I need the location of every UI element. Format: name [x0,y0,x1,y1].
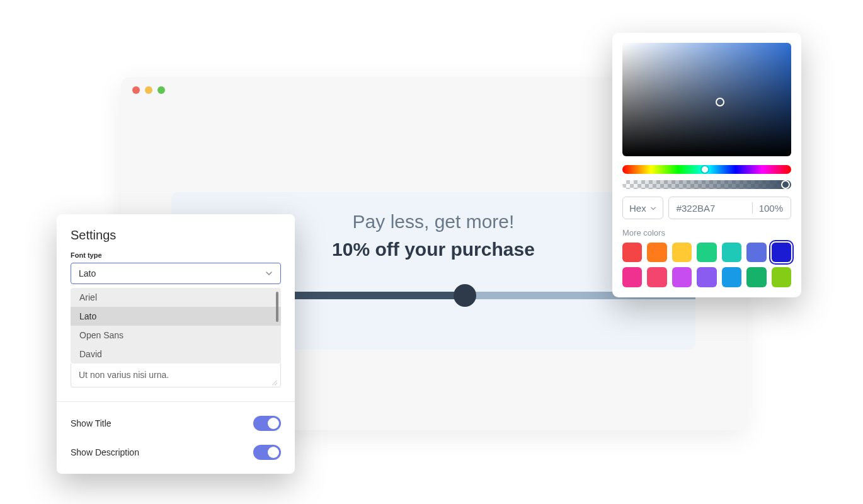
color-swatch[interactable] [672,267,692,287]
show-title-label: Show Title [71,418,111,428]
window-minimize-icon[interactable] [145,86,152,94]
color-swatch[interactable] [647,267,666,287]
color-swatch[interactable] [772,243,791,262]
color-swatch[interactable] [697,243,716,262]
show-description-label: Show Description [71,447,139,457]
saturation-value-area[interactable] [622,43,791,156]
description-textarea[interactable]: Ut non varius nisi urna. [71,364,281,387]
toggle-knob [268,418,279,429]
divider [57,401,295,402]
alpha-cursor[interactable] [781,180,790,189]
slider-thumb[interactable] [454,284,476,307]
font-option-ariel[interactable]: Ariel [71,288,281,307]
promo-subtitle: 10% off your purchase [332,239,535,260]
more-colors-label: More colors [622,228,791,238]
color-swatch[interactable] [746,267,766,287]
hue-cursor[interactable] [700,165,709,174]
textarea-value: Ut non varius nisi urna. [79,370,169,380]
font-type-label: Font type [57,251,295,263]
hex-input-group[interactable]: #322BA7 100% [668,197,791,219]
font-option-open-sans[interactable]: Open Sans [71,326,281,345]
sv-cursor[interactable] [716,98,724,106]
resize-handle-icon[interactable] [271,378,278,384]
swatch-grid [622,243,791,287]
font-option-lato[interactable]: Lato [71,307,281,326]
hex-input[interactable]: #322BA7 [677,203,746,214]
show-description-toggle[interactable] [253,445,281,460]
color-swatch[interactable] [622,267,642,287]
input-divider [752,202,753,214]
settings-panel: Settings Font type Lato Ariel Lato Open … [57,214,295,474]
show-title-toggle[interactable] [253,416,281,431]
color-swatch[interactable] [746,243,766,262]
color-format-select[interactable]: Hex [622,197,663,219]
settings-heading: Settings [57,214,295,251]
font-select-value: Lato [79,268,96,278]
chevron-down-icon [265,270,273,277]
color-picker-panel: Hex #322BA7 100% More colors [612,33,801,297]
window-close-icon[interactable] [132,86,140,94]
color-swatch[interactable] [722,267,741,287]
window-maximize-icon[interactable] [157,86,165,94]
font-select[interactable]: Lato [71,263,281,284]
chevron-down-icon [650,203,656,214]
font-dropdown-list: Ariel Lato Open Sans David [71,288,281,364]
toggle-knob [268,447,279,458]
color-swatch[interactable] [672,243,692,262]
color-swatch[interactable] [647,243,666,262]
alpha-slider[interactable] [622,180,791,189]
format-value: Hex [629,203,646,214]
font-option-david[interactable]: David [71,345,281,364]
color-swatch[interactable] [622,243,642,262]
color-swatch[interactable] [772,267,791,287]
hue-slider[interactable] [622,165,791,174]
color-swatch[interactable] [697,267,716,287]
promo-title: Pay less, get more! [353,211,515,232]
dropdown-scrollbar[interactable] [276,292,278,322]
alpha-input[interactable]: 100% [759,203,783,214]
color-swatch[interactable] [722,243,741,262]
